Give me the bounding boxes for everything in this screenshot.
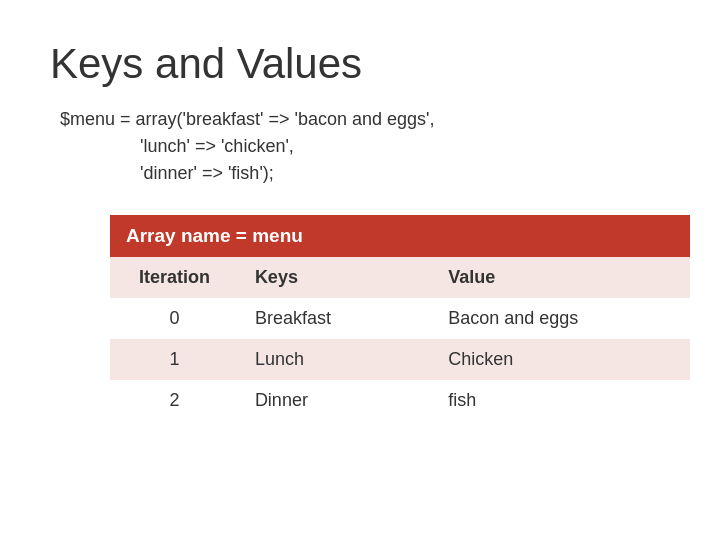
table-header-row: Array name = menu xyxy=(110,215,690,257)
page-title: Keys and Values xyxy=(50,40,670,88)
cell-iter-2: 2 xyxy=(110,380,239,421)
cell-key-0: Breakfast xyxy=(239,298,432,339)
col-header-value: Value xyxy=(432,257,690,298)
col-header-iteration: Iteration xyxy=(110,257,239,298)
col-header-keys: Keys xyxy=(239,257,432,298)
table-row: 0 Breakfast Bacon and eggs xyxy=(110,298,690,339)
cell-value-2: fish xyxy=(432,380,690,421)
cell-key-2: Dinner xyxy=(239,380,432,421)
cell-value-1: Chicken xyxy=(432,339,690,380)
code-line-2: 'lunch' => 'chicken', xyxy=(60,133,670,160)
table-column-header-row: Iteration Keys Value xyxy=(110,257,690,298)
table-row: 1 Lunch Chicken xyxy=(110,339,690,380)
cell-iter-1: 1 xyxy=(110,339,239,380)
cell-key-1: Lunch xyxy=(239,339,432,380)
cell-iter-0: 0 xyxy=(110,298,239,339)
code-block: $menu = array('breakfast' => 'bacon and … xyxy=(50,106,670,187)
array-table: Array name = menu Iteration Keys Value 0… xyxy=(110,215,690,421)
table-header-cell: Array name = menu xyxy=(110,215,690,257)
table-row: 2 Dinner fish xyxy=(110,380,690,421)
slide: Keys and Values $menu = array('breakfast… xyxy=(0,0,720,540)
code-line-1: $menu = array('breakfast' => 'bacon and … xyxy=(60,106,670,133)
code-line-3: 'dinner' => 'fish'); xyxy=(60,160,670,187)
cell-value-0: Bacon and eggs xyxy=(432,298,690,339)
